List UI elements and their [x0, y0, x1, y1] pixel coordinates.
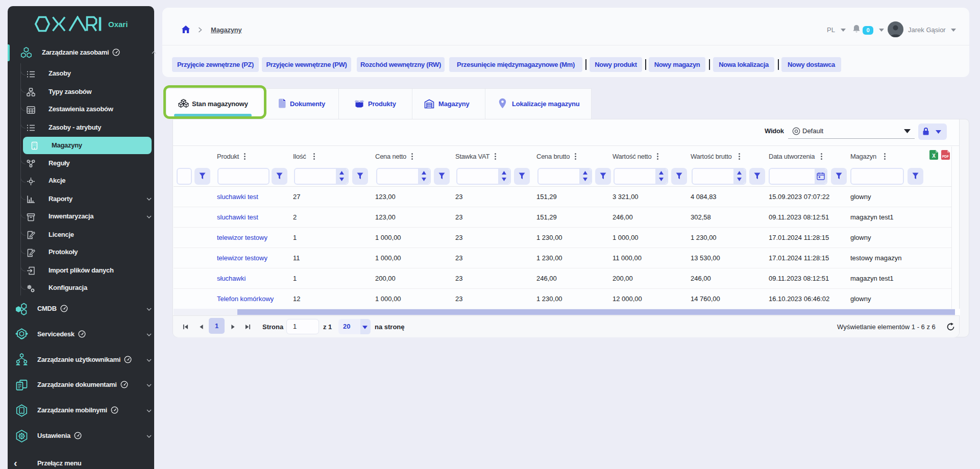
- svg-text:X: X: [932, 153, 936, 159]
- svg-text:PDF: PDF: [942, 155, 949, 158]
